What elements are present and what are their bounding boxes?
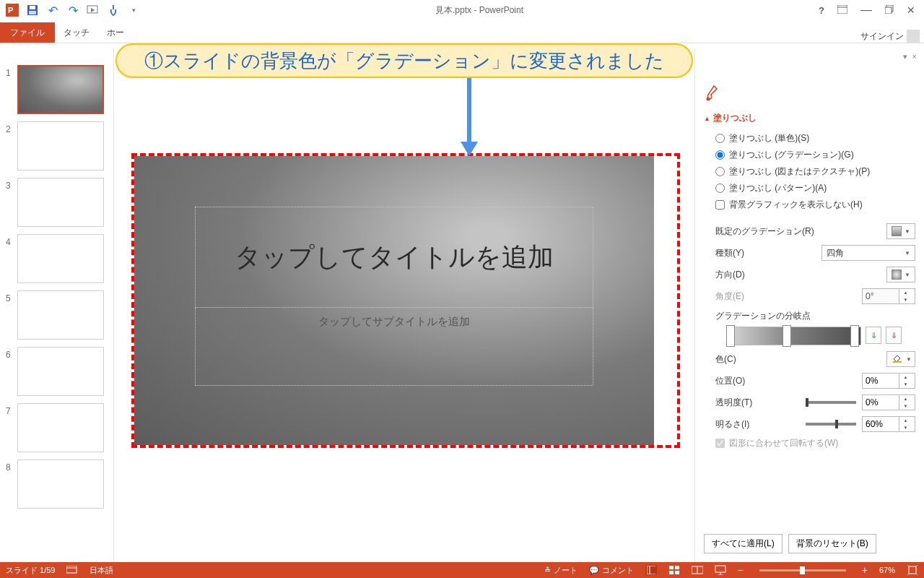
reading-view-icon[interactable] — [692, 565, 703, 575]
transparency-spinner[interactable]: ▲▼ — [862, 394, 915, 410]
annotation-arrow-icon — [464, 78, 474, 156]
touch-mode-icon[interactable] — [107, 4, 120, 17]
zoom-value[interactable]: 67% — [879, 566, 895, 574]
signin-label: サインイン — [860, 30, 904, 43]
pane-close-icon[interactable]: ▾ × — [903, 52, 918, 61]
paint-bucket-icon — [892, 353, 903, 366]
brightness-slider[interactable] — [806, 423, 856, 426]
slide-thumbnail-panel[interactable]: 1 2 3 4 5 6 7 8 — [0, 48, 114, 562]
fill-pattern-radio[interactable]: 塗りつぶし (パターン)(A) — [704, 180, 915, 197]
slide-thumbnail[interactable] — [17, 403, 104, 452]
gradient-angle-row: 角度(E) ▲▼ — [704, 285, 915, 307]
svg-marker-6 — [91, 8, 95, 12]
preset-gradient-picker[interactable]: ▼ — [886, 223, 915, 239]
fill-category-icon[interactable] — [704, 85, 721, 102]
qat-customize-icon[interactable]: ▾ — [127, 4, 140, 17]
close-icon[interactable]: ✕ — [907, 4, 915, 16]
svg-rect-13 — [66, 566, 77, 573]
slideshow-start-icon[interactable] — [87, 4, 100, 17]
title-bar: P ↶ ↷ ▾ 見本.pptx - PowerPoint ? — ✕ — [0, 0, 924, 20]
gradient-brightness-row: 明るさ(I) ▲▼ — [704, 413, 915, 435]
gradient-type-row: 種類(Y) 四角▼ — [704, 242, 915, 264]
gradient-color-row: 色(C) ▼ — [704, 348, 915, 370]
restore-icon[interactable] — [885, 5, 894, 16]
preset-gradient-row: 既定のグラデーション(R) ▼ — [704, 220, 915, 242]
quick-access-toolbar: P ↶ ↷ ▾ — [3, 4, 140, 17]
slide-editor[interactable]: タップしてタイトルを追加 タップしてサブタイトルを追加 — [114, 48, 694, 562]
slide-thumbnail[interactable] — [17, 65, 104, 114]
save-icon[interactable] — [26, 4, 39, 17]
svg-rect-12 — [893, 361, 902, 363]
brightness-spinner[interactable]: ▲▼ — [862, 416, 915, 432]
avatar-icon — [907, 30, 920, 43]
gradient-position-row: 位置(O) ▲▼ — [704, 370, 915, 392]
slide-counter[interactable]: スライド 1/59 — [6, 565, 55, 576]
fill-picture-radio[interactable]: 塗りつぶし (図またはテクスチャ)(P) — [704, 163, 915, 180]
svg-rect-10 — [885, 7, 892, 14]
gradient-direction-row: 方向(D) ▼ — [704, 264, 915, 285]
gradient-direction-picker[interactable]: ▼ — [886, 267, 915, 282]
apply-to-all-button[interactable]: すべてに適用(L) — [704, 534, 783, 553]
remove-gradient-stop-button[interactable]: ⇓ — [886, 327, 902, 344]
subtitle-placeholder[interactable]: タップしてサブタイトルを追加 — [195, 308, 593, 386]
slide-thumbnail[interactable] — [17, 290, 104, 340]
window-title: 見本.pptx - PowerPoint — [140, 4, 819, 17]
minimize-icon[interactable]: — — [860, 4, 872, 17]
fill-section-header[interactable]: ▲塗りつぶし — [704, 109, 915, 130]
svg-rect-3 — [30, 6, 35, 9]
rotate-with-shape-check: 図形に合わせて回転する(W) — [704, 435, 915, 452]
gradient-type-select[interactable]: 四角▼ — [821, 245, 915, 261]
transparency-slider[interactable] — [806, 401, 856, 404]
spellcheck-icon[interactable] — [66, 565, 78, 575]
zoom-slider[interactable] — [759, 569, 846, 571]
svg-rect-26 — [909, 566, 916, 574]
slide-thumbnail[interactable] — [17, 347, 104, 396]
ribbon-tab[interactable]: タッチ — [55, 22, 98, 43]
undo-icon[interactable]: ↶ — [46, 4, 59, 17]
fit-window-icon[interactable] — [907, 565, 918, 575]
svg-rect-23 — [715, 566, 725, 572]
fill-gradient-radio[interactable]: 塗りつぶし (グラデーション)(G) — [704, 147, 915, 163]
svg-text:P: P — [8, 6, 13, 14]
slide-thumbnail[interactable] — [17, 178, 104, 227]
reset-background-button[interactable]: 背景のリセット(B) — [788, 534, 876, 553]
ribbon-tab[interactable]: ホー — [98, 22, 133, 43]
ribbon-tabs: ファイル タッチ ホー サインイン — [0, 20, 924, 43]
add-gradient-stop-button[interactable]: ⇓ — [866, 327, 881, 344]
gradient-color-picker[interactable]: ▼ — [886, 351, 915, 367]
language-label[interactable]: 日本語 — [90, 565, 113, 576]
slide-thumbnail[interactable] — [17, 460, 104, 509]
notes-button[interactable]: ≛ノート — [544, 565, 578, 576]
redo-icon[interactable]: ↷ — [66, 4, 79, 17]
signin-link[interactable]: サインイン — [860, 30, 924, 43]
svg-rect-4 — [29, 11, 36, 14]
help-icon[interactable]: ? — [819, 5, 824, 16]
file-tab[interactable]: ファイル — [0, 22, 55, 43]
gradient-stops-label: グラデーションの分岐点 — [704, 307, 915, 322]
comments-icon: 💬 — [589, 566, 599, 575]
svg-rect-7 — [837, 5, 847, 14]
sorter-view-icon[interactable] — [668, 565, 680, 575]
zoom-out-button[interactable]: − — [738, 564, 744, 576]
normal-view-icon[interactable] — [645, 565, 657, 575]
svg-point-11 — [707, 98, 710, 101]
slide-thumbnail[interactable] — [17, 234, 104, 283]
slide-thumbnail[interactable] — [17, 121, 104, 171]
status-bar: スライド 1/59 日本語 ≛ノート 💬コメント − + 67% — [0, 562, 924, 578]
powerpoint-icon: P — [6, 4, 19, 17]
ribbon-display-icon[interactable] — [837, 5, 847, 16]
title-placeholder[interactable]: タップしてタイトルを追加 — [195, 207, 593, 308]
selection-outline: タップしてタイトルを追加 タップしてサブタイトルを追加 — [131, 153, 680, 448]
slide-canvas[interactable]: タップしてタイトルを追加 タップしてサブタイトルを追加 — [134, 156, 654, 445]
window-controls: ? — ✕ — [819, 4, 921, 17]
fill-solid-radio[interactable]: 塗りつぶし (単色)(S) — [704, 130, 915, 147]
gradient-position-spinner[interactable]: ▲▼ — [862, 373, 915, 389]
slideshow-view-icon[interactable] — [715, 565, 726, 575]
hide-bg-graphics-check[interactable]: 背景グラフィックを表示しない(H) — [704, 197, 915, 213]
comments-button[interactable]: 💬コメント — [589, 565, 634, 576]
zoom-in-button[interactable]: + — [862, 564, 868, 576]
format-background-pane: ▾ × 背景の書式設定 ▲塗りつぶし 塗りつぶし (単色)(S) 塗りつぶし (… — [694, 48, 924, 562]
gradient-stops-slider[interactable] — [727, 327, 861, 345]
svg-rect-15 — [647, 566, 655, 574]
svg-rect-18 — [675, 566, 679, 569]
